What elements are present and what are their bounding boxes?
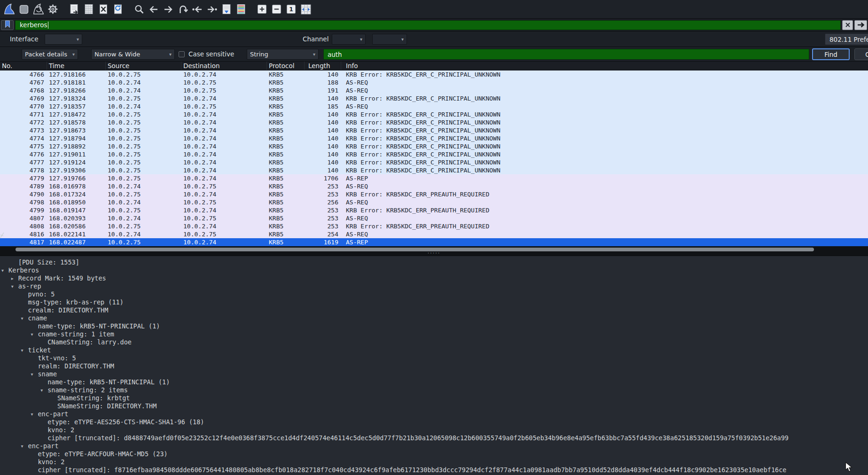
detail-line[interactable]: name-type: kRB5-NT-PRINCIPAL (1): [0, 378, 868, 386]
detail-line[interactable]: tkt-vno: 5: [0, 354, 868, 362]
zoom-100-button[interactable]: 1: [284, 2, 298, 17]
detail-line[interactable]: ▾ticket: [0, 346, 868, 354]
packet-row[interactable]: 4766127.91816610.0.2.7510.0.2.74KRB5140K…: [0, 70, 868, 78]
expand-open-icon[interactable]: ▾: [21, 442, 23, 450]
packet-row[interactable]: 4798168.01895010.0.2.7410.0.2.75KRB5256A…: [0, 198, 868, 206]
detail-line[interactable]: ▾as-rep: [0, 282, 868, 290]
interface-dropdown[interactable]: ▾: [45, 34, 82, 45]
close-file-button[interactable]: [96, 2, 110, 17]
capture-options-button[interactable]: [46, 2, 60, 17]
packet-row[interactable]: 4769127.91832410.0.2.7510.0.2.74KRB5140K…: [0, 94, 868, 102]
expand-open-icon[interactable]: ▾: [1, 266, 4, 274]
packet-row[interactable]: 4775127.91889210.0.2.7510.0.2.74KRB5140K…: [0, 142, 868, 150]
search-scope-dropdown[interactable]: Packet details▾: [22, 49, 78, 60]
packet-row[interactable]: 4772127.91857810.0.2.7510.0.2.74KRB5140K…: [0, 118, 868, 126]
detail-line[interactable]: ▾enc-part: [0, 442, 868, 450]
open-file-button[interactable]: [67, 2, 81, 17]
case-sensitive-checkbox[interactable]: [179, 51, 185, 57]
detail-line[interactable]: name-type: kRB5-NT-PRINCIPAL (1): [0, 322, 868, 330]
packet-row[interactable]: 4777127.91912410.0.2.7510.0.2.74KRB5140K…: [0, 158, 868, 166]
detail-line[interactable]: cipher [truncated]: d8488749aefd0f05e232…: [0, 434, 868, 442]
expand-closed-icon[interactable]: ▸: [11, 274, 14, 282]
column-header-time[interactable]: Time: [47, 62, 106, 70]
display-filter-input[interactable]: kerberos: [15, 20, 841, 30]
char-width-dropdown[interactable]: Narrow & Wide▾: [91, 49, 175, 60]
detail-line[interactable]: etype: eTYPE-AES256-CTS-HMAC-SHA1-96 (18…: [0, 418, 868, 426]
packet-row[interactable]: 4768127.91826610.0.2.7410.0.2.75KRB5191A…: [0, 86, 868, 94]
packet-row[interactable]: 4770127.91835710.0.2.7410.0.2.75KRB5185A…: [0, 102, 868, 110]
zoom-in-button[interactable]: [255, 2, 269, 17]
packet-row[interactable]: 4773127.91867310.0.2.7510.0.2.74KRB5140K…: [0, 126, 868, 134]
colorize-button[interactable]: [234, 2, 248, 17]
go-to-packet-button[interactable]: [175, 2, 190, 17]
detail-line[interactable]: kvno: 2: [0, 458, 868, 466]
expand-open-icon[interactable]: ▾: [31, 330, 33, 338]
packet-row[interactable]: 4778127.91930610.0.2.7510.0.2.74KRB5140K…: [0, 166, 868, 174]
packet-row[interactable]: 4767127.91818110.0.2.7410.0.2.75KRB5188A…: [0, 78, 868, 86]
packet-row[interactable]: 4789168.01697810.0.2.7410.0.2.75KRB5253A…: [0, 182, 868, 190]
channel-dropdown[interactable]: ▾: [332, 34, 366, 45]
stop-capture-button[interactable]: [16, 2, 31, 17]
detail-line[interactable]: ▾sname-string: 2 items: [0, 386, 868, 394]
expand-open-icon[interactable]: ▾: [40, 386, 43, 394]
zoom-out-button[interactable]: [269, 2, 284, 17]
filter-bookmark-button[interactable]: [1, 20, 14, 30]
column-header-destination[interactable]: Destination: [181, 62, 267, 70]
detail-line[interactable]: SNameString: DIRECTORY.THM: [0, 402, 868, 410]
packet-row[interactable]: 4816168.02214110.0.2.7410.0.2.75KRB5254A…: [0, 230, 868, 238]
go-back-button[interactable]: [146, 2, 161, 17]
resize-columns-button[interactable]: [298, 2, 313, 17]
first-packet-button[interactable]: [190, 2, 204, 17]
packet-row[interactable]: 4779127.91976610.0.2.7510.0.2.74KRB51706…: [0, 174, 868, 182]
detail-line[interactable]: crealm: DIRECTORY.THM: [0, 306, 868, 314]
apply-filter-button[interactable]: [854, 20, 867, 30]
restart-capture-button[interactable]: [31, 2, 46, 17]
search-input[interactable]: auth: [323, 49, 809, 60]
column-header-length[interactable]: Length: [305, 62, 341, 70]
detail-line[interactable]: pvno: 5: [0, 290, 868, 298]
detail-line[interactable]: ▾enc-part: [0, 410, 868, 418]
expand-open-icon[interactable]: ▾: [21, 346, 23, 354]
packet-row[interactable]: 4799168.01914710.0.2.7510.0.2.74KRB5253K…: [0, 206, 868, 214]
expand-open-icon[interactable]: ▾: [31, 370, 33, 378]
detail-line[interactable]: ▾sname: [0, 370, 868, 378]
channel-offset-dropdown[interactable]: ▾: [372, 34, 407, 45]
column-header-info[interactable]: Info: [341, 62, 868, 70]
detail-line[interactable]: etype: eTYPE-ARCFOUR-HMAC-MD5 (23): [0, 450, 868, 458]
cancel-button[interactable]: Cancel: [854, 48, 868, 60]
find-packet-button[interactable]: [132, 2, 146, 17]
packet-row[interactable]: 4807168.02039310.0.2.7410.0.2.75KRB5253A…: [0, 214, 868, 222]
packet-row[interactable]: 4774127.91879410.0.2.7510.0.2.74KRB5140K…: [0, 134, 868, 142]
go-forward-button[interactable]: [161, 2, 175, 17]
column-header-source[interactable]: Source: [106, 62, 181, 70]
packet-row[interactable]: 4817168.02248710.0.2.7510.0.2.74KRB51619…: [0, 238, 868, 246]
column-header-no[interactable]: No.: [0, 62, 47, 70]
detail-line[interactable]: ▸Record Mark: 1549 bytes: [0, 274, 868, 282]
detail-line[interactable]: [PDU Size: 1553]: [0, 258, 868, 266]
detail-line[interactable]: realm: DIRECTORY.THM: [0, 362, 868, 370]
clear-filter-button[interactable]: [842, 20, 853, 30]
packet-row[interactable]: 4808168.02058610.0.2.7510.0.2.74KRB5253K…: [0, 222, 868, 230]
column-header-protocol[interactable]: Protocol: [267, 62, 305, 70]
search-type-dropdown[interactable]: String▾: [247, 49, 319, 60]
start-capture-button[interactable]: [2, 2, 16, 17]
detail-line[interactable]: SNameString: krbtgt: [0, 394, 868, 402]
expand-open-icon[interactable]: ▾: [31, 410, 33, 418]
detail-line[interactable]: kvno: 2: [0, 426, 868, 434]
detail-line[interactable]: CNameString: larry.doe: [0, 338, 868, 346]
detail-line[interactable]: msg-type: krb-as-rep (11): [0, 298, 868, 306]
reload-file-button[interactable]: [110, 2, 125, 17]
detail-line[interactable]: ▾Kerberos: [0, 266, 868, 274]
find-button[interactable]: Find: [812, 48, 850, 60]
wireless-preferences-button[interactable]: 802.11 Preferences: [825, 33, 868, 45]
packet-row[interactable]: 4771127.91847210.0.2.7510.0.2.74KRB5140K…: [0, 110, 868, 118]
last-packet-button[interactable]: [204, 2, 219, 17]
expand-open-icon[interactable]: ▾: [11, 282, 14, 290]
detail-line[interactable]: ▾cname-string: 1 item: [0, 330, 868, 338]
save-file-button[interactable]: [81, 2, 96, 17]
auto-scroll-button[interactable]: [219, 2, 234, 17]
expand-open-icon[interactable]: ▾: [21, 314, 23, 322]
detail-line[interactable]: ▾cname: [0, 314, 868, 322]
packet-row[interactable]: 4776127.91901110.0.2.7510.0.2.74KRB5140K…: [0, 150, 868, 158]
detail-line[interactable]: cipher [truncated]: f8716efbaa984508ddde…: [0, 466, 868, 474]
